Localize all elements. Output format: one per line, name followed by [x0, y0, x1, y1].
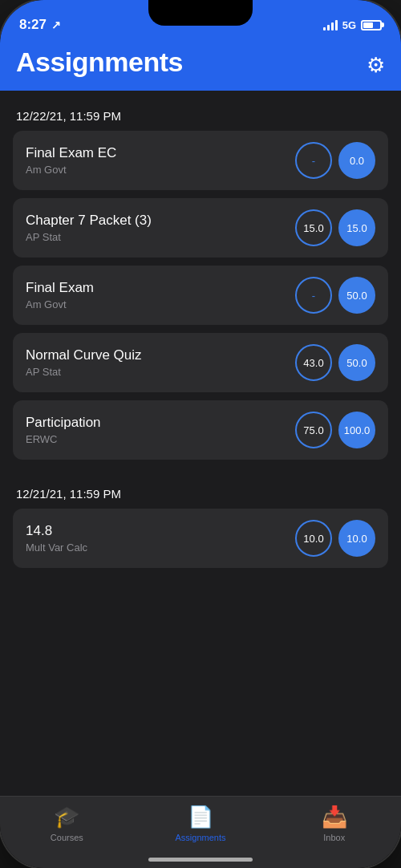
network-type: 5G — [342, 19, 356, 31]
score-possible: 50.0 — [338, 344, 375, 381]
signal-bar-2 — [327, 25, 330, 30]
assignment-card[interactable]: Chapter 7 Packet (3) AP Stat 15.0 15.0 — [13, 198, 388, 258]
clock: 8:27 — [19, 17, 47, 33]
assignment-name: Chapter 7 Packet (3) — [26, 213, 295, 229]
tab-courses-label: Courses — [51, 833, 83, 842]
assignment-info: Chapter 7 Packet (3) AP Stat — [26, 213, 295, 243]
signal-bar-3 — [331, 22, 334, 30]
tab-courses[interactable]: 🎓 Courses — [0, 805, 134, 842]
score-badges: 43.0 50.0 — [295, 344, 375, 381]
status-time: 8:27 ↗ — [19, 17, 61, 33]
inbox-icon: 📥 — [322, 805, 347, 829]
assignment-info: Participation ERWC — [26, 415, 295, 445]
score-badges: - 50.0 — [295, 277, 375, 314]
score-badges: 75.0 100.0 — [295, 412, 375, 448]
assignment-name: Participation — [26, 415, 295, 431]
assignment-info: 14.8 Mult Var Calc — [26, 523, 295, 554]
section-1: 12/22/21, 11:59 PM Final Exam EC Am Govt… — [13, 109, 388, 460]
score-possible: 50.0 — [338, 277, 375, 314]
score-earned: 15.0 — [295, 209, 332, 246]
home-indicator — [148, 858, 253, 862]
signal-bar-4 — [335, 20, 338, 30]
battery-icon — [361, 20, 382, 30]
assignment-info: Final Exam EC Am Govt — [26, 145, 295, 176]
status-icons: 5G — [323, 19, 382, 31]
page-title: Assignments — [16, 47, 183, 78]
battery-fill — [363, 22, 373, 28]
tab-assignments[interactable]: 📄 Assignments — [134, 805, 268, 842]
assignment-class: Am Govt — [26, 298, 295, 310]
assignments-icon: 📄 — [188, 805, 213, 829]
assignment-info: Normal Curve Quiz AP Stat — [26, 347, 295, 378]
assignment-name: Final Exam — [26, 280, 295, 296]
signal-bars — [323, 19, 338, 30]
score-earned: 75.0 — [295, 412, 332, 448]
notch — [148, 0, 253, 26]
assignment-name: Normal Curve Quiz — [26, 347, 295, 363]
section-2-date: 12/21/21, 11:59 PM — [13, 487, 388, 501]
assignment-card[interactable]: Normal Curve Quiz AP Stat 43.0 50.0 — [13, 333, 388, 392]
assignment-card[interactable]: Final Exam EC Am Govt - 0.0 — [13, 131, 388, 190]
assignment-name: Final Exam EC — [26, 145, 295, 161]
score-possible: 10.0 — [338, 520, 375, 557]
phone-frame: 8:27 ↗ 5G Assignments ⚙ — [0, 0, 401, 868]
assignment-class: Am Govt — [26, 164, 295, 176]
phone-screen: 8:27 ↗ 5G Assignments ⚙ — [0, 0, 401, 868]
score-earned: - — [295, 142, 332, 179]
score-possible: 100.0 — [338, 412, 375, 448]
assignment-class: AP Stat — [26, 231, 295, 243]
tab-assignments-label: Assignments — [176, 833, 226, 842]
assignment-info: Final Exam Am Govt — [26, 280, 295, 310]
section-separator — [13, 468, 388, 487]
assignment-name: 14.8 — [26, 523, 295, 539]
assignment-card[interactable]: 14.8 Mult Var Calc 10.0 10.0 — [13, 509, 388, 568]
assignment-card[interactable]: Participation ERWC 75.0 100.0 — [13, 400, 388, 460]
score-earned: - — [295, 277, 332, 314]
app-header: Assignments ⚙ — [0, 40, 401, 91]
score-badges: 15.0 15.0 — [295, 209, 375, 246]
score-possible: 15.0 — [338, 209, 375, 246]
assignments-scroll-area[interactable]: 12/22/21, 11:59 PM Final Exam EC Am Govt… — [0, 96, 401, 796]
assignment-class: AP Stat — [26, 366, 295, 378]
location-icon: ↗ — [51, 18, 61, 31]
score-earned: 43.0 — [295, 344, 332, 381]
tab-inbox[interactable]: 📥 Inbox — [267, 805, 401, 842]
signal-bar-1 — [323, 27, 326, 30]
assignment-class: Mult Var Calc — [26, 541, 295, 554]
assignment-card[interactable]: Final Exam Am Govt - 50.0 — [13, 266, 388, 325]
score-earned: 10.0 — [295, 520, 332, 557]
score-badges: 10.0 10.0 — [295, 520, 375, 557]
assignment-class: ERWC — [26, 433, 295, 445]
score-badges: - 0.0 — [295, 142, 375, 179]
section-2: 12/21/21, 11:59 PM 14.8 Mult Var Calc 10… — [13, 487, 388, 568]
courses-icon: 🎓 — [54, 805, 79, 829]
tab-inbox-label: Inbox — [323, 833, 345, 842]
score-possible: 0.0 — [338, 142, 375, 179]
section-1-date: 12/22/21, 11:59 PM — [13, 109, 388, 123]
settings-icon[interactable]: ⚙ — [367, 53, 385, 78]
